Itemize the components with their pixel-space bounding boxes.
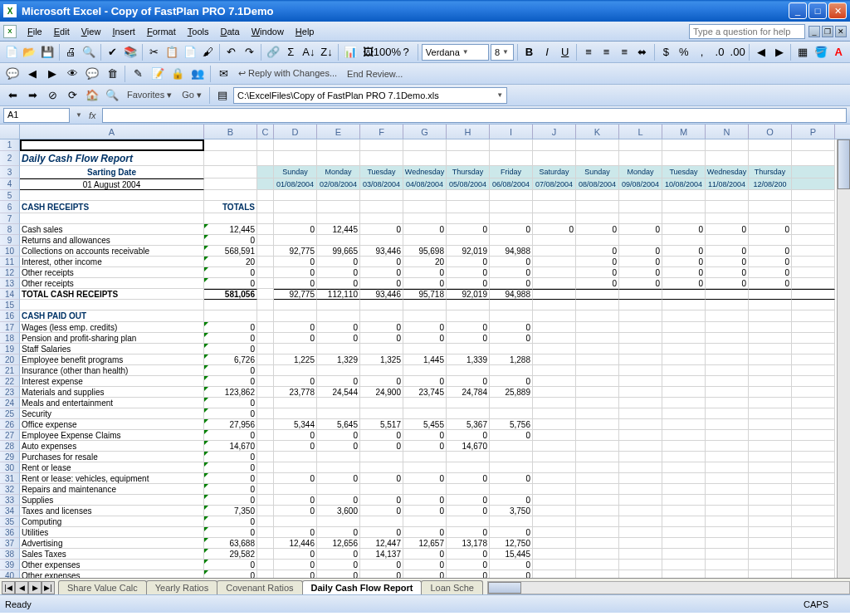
cell[interactable]: 0	[403, 495, 447, 506]
cell[interactable]	[274, 300, 317, 310]
cell[interactable]	[403, 300, 447, 310]
cell[interactable]	[317, 151, 360, 166]
cell[interactable]	[706, 516, 749, 527]
row-header[interactable]: 33	[0, 495, 20, 506]
close-button[interactable]: ✕	[828, 2, 847, 19]
cell[interactable]	[576, 441, 619, 452]
cell[interactable]: 13,178	[447, 538, 490, 549]
cell[interactable]	[662, 235, 706, 246]
cell[interactable]: 0	[706, 267, 749, 278]
name-box[interactable]: A1	[3, 108, 70, 123]
cell[interactable]: TOTALS	[204, 201, 257, 213]
back-button[interactable]: ⬅	[3, 86, 22, 105]
cell[interactable]: 93,446	[360, 246, 403, 257]
cell[interactable]: Interest expense	[20, 376, 204, 387]
cell[interactable]: Meals and entertainment	[20, 398, 204, 408]
undo-button[interactable]: ↶	[223, 43, 240, 61]
cell[interactable]: Rent or lease: vehicles, equipment	[20, 473, 204, 484]
cell[interactable]: 0	[204, 267, 257, 278]
cell[interactable]	[576, 387, 619, 398]
cell[interactable]: 0	[619, 246, 662, 257]
cell[interactable]	[257, 213, 274, 224]
cell[interactable]	[533, 430, 576, 441]
cell[interactable]	[403, 235, 447, 246]
cell[interactable]	[360, 213, 403, 224]
row-header[interactable]: 37	[0, 538, 20, 549]
cell[interactable]	[792, 289, 835, 300]
cell[interactable]	[662, 310, 706, 322]
cell[interactable]: Wednesday	[403, 166, 447, 178]
cell[interactable]	[257, 300, 274, 310]
cell[interactable]	[576, 484, 619, 495]
cell[interactable]: 0	[447, 549, 490, 560]
cell[interactable]	[317, 344, 360, 354]
cell[interactable]	[662, 333, 706, 344]
cell[interactable]: 0	[204, 278, 257, 289]
cell[interactable]	[792, 560, 835, 570]
spelling-button[interactable]: ✔	[105, 43, 121, 61]
col-header-D[interactable]: D	[274, 125, 317, 139]
end-review-button[interactable]: End Review...	[343, 69, 407, 79]
save-button[interactable]: 💾	[39, 43, 56, 61]
cell[interactable]: 0	[204, 560, 257, 570]
decrease-indent-button[interactable]: ◀	[753, 43, 769, 61]
cell[interactable]	[619, 387, 662, 398]
cell[interactable]: Repairs and maintenance	[20, 484, 204, 495]
cell[interactable]: 12,447	[360, 538, 403, 549]
cell[interactable]	[706, 190, 749, 201]
cell[interactable]: 0	[204, 344, 257, 354]
increase-decimal-button[interactable]: .0	[711, 43, 728, 61]
cell[interactable]	[403, 452, 447, 462]
cell[interactable]: 0	[317, 560, 360, 570]
cell[interactable]: 0	[274, 267, 317, 278]
cell[interactable]	[257, 516, 274, 527]
cell[interactable]: 0	[274, 549, 317, 560]
cell[interactable]: 94,988	[490, 246, 533, 257]
cell[interactable]	[662, 506, 706, 516]
menu-edit[interactable]: Edit	[48, 25, 76, 38]
cell[interactable]: 12,657	[403, 538, 447, 549]
cell[interactable]: 11/08/2004	[706, 178, 749, 190]
cell[interactable]	[706, 235, 749, 246]
cell[interactable]	[619, 560, 662, 570]
redo-button[interactable]: ↷	[242, 43, 258, 61]
cell[interactable]: Sunday	[576, 166, 619, 178]
cell[interactable]	[576, 516, 619, 527]
cell[interactable]	[706, 506, 749, 516]
row-header[interactable]: 7	[0, 213, 20, 224]
cell[interactable]	[749, 398, 792, 408]
cell[interactable]	[792, 139, 835, 151]
percent-button[interactable]: %	[676, 43, 692, 61]
cell[interactable]	[274, 213, 317, 224]
cell[interactable]: 24,544	[317, 387, 360, 398]
cell[interactable]: 0	[749, 257, 792, 267]
cell[interactable]: 23,778	[274, 387, 317, 398]
cell[interactable]	[792, 398, 835, 408]
cell[interactable]: 5,367	[447, 419, 490, 430]
cell[interactable]: 0	[403, 473, 447, 484]
cell[interactable]	[403, 462, 447, 473]
select-all-button[interactable]	[0, 125, 20, 139]
cell[interactable]: 0	[317, 376, 360, 387]
cell[interactable]	[706, 430, 749, 441]
cell[interactable]: 04/08/2004	[403, 178, 447, 190]
cell[interactable]: 0	[490, 560, 533, 570]
cell[interactable]: 0	[576, 267, 619, 278]
cell[interactable]	[706, 527, 749, 538]
cell[interactable]: 0	[662, 257, 706, 267]
cell[interactable]	[447, 201, 490, 213]
cell[interactable]	[533, 441, 576, 452]
cell[interactable]	[204, 190, 257, 201]
cell[interactable]: 0	[204, 333, 257, 344]
cell[interactable]	[257, 333, 274, 344]
cell[interactable]: 14,137	[360, 549, 403, 560]
cell[interactable]	[662, 300, 706, 310]
row-header[interactable]: 9	[0, 235, 20, 246]
cell[interactable]	[533, 289, 576, 300]
cell[interactable]: 0	[317, 495, 360, 506]
cell[interactable]	[619, 333, 662, 344]
cell[interactable]	[257, 139, 274, 151]
cell[interactable]	[792, 278, 835, 289]
cell[interactable]	[706, 549, 749, 560]
prev-comment-button[interactable]: ◀	[23, 65, 42, 83]
